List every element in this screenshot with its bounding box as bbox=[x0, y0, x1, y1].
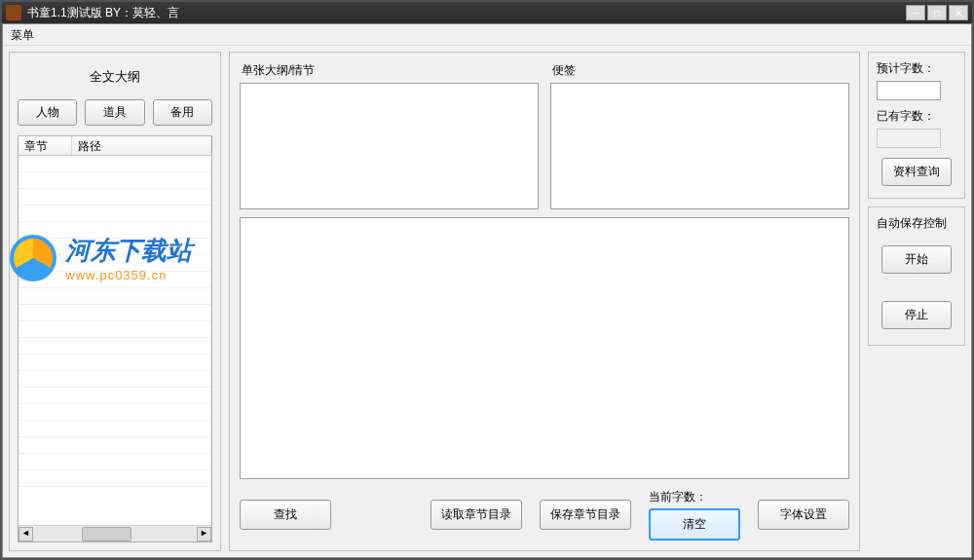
note-label: 便签 bbox=[550, 62, 849, 79]
expected-words-input[interactable] bbox=[877, 81, 941, 100]
table-row bbox=[19, 222, 211, 239]
right-panel: 预计字数： 已有字数： 资料查询 自动保存控制 开始 停止 bbox=[868, 52, 965, 551]
clear-button[interactable]: 清空 bbox=[649, 508, 740, 541]
table-row bbox=[19, 189, 211, 205]
start-button[interactable]: 开始 bbox=[881, 245, 952, 274]
current-words-label: 当前字数： bbox=[649, 489, 707, 505]
expected-words-label: 预计字数： bbox=[877, 60, 956, 77]
font-settings-button[interactable]: 字体设置 bbox=[758, 500, 849, 530]
table-row bbox=[19, 437, 211, 454]
col-path[interactable]: 路径 bbox=[72, 136, 211, 155]
table-row bbox=[19, 288, 211, 305]
autosave-label: 自动保存控制 bbox=[877, 215, 956, 232]
close-button[interactable]: ✕ bbox=[949, 5, 968, 20]
col-chapter[interactable]: 章节 bbox=[19, 136, 72, 155]
note-textarea[interactable] bbox=[550, 83, 849, 209]
stop-button[interactable]: 停止 bbox=[881, 301, 952, 329]
chapter-table[interactable]: 章节 路径 bbox=[18, 135, 212, 542]
spare-button[interactable]: 备用 bbox=[153, 99, 212, 126]
titlebar: 书童1.1测试版 BY：莫轻、言 ─ □ ✕ bbox=[2, 2, 972, 23]
save-toc-button[interactable]: 保存章节目录 bbox=[540, 500, 631, 530]
left-panel-title: 全文大纲 bbox=[18, 68, 212, 86]
center-panel: 单张大纲/情节 便签 查找 读取章节目录 保存章节目录 当前字数： bbox=[229, 52, 860, 551]
table-row bbox=[19, 371, 211, 388]
maximize-button[interactable]: □ bbox=[927, 5, 947, 20]
menubar: 菜单 bbox=[3, 24, 971, 46]
table-row bbox=[19, 470, 211, 487]
table-row bbox=[19, 454, 211, 470]
app-icon bbox=[6, 5, 21, 20]
existing-words-label: 已有字数： bbox=[877, 108, 956, 125]
minimize-button[interactable]: ─ bbox=[906, 5, 925, 20]
table-row bbox=[19, 388, 211, 404]
table-body[interactable] bbox=[19, 156, 211, 525]
table-row bbox=[19, 272, 211, 288]
existing-words-display bbox=[877, 129, 941, 148]
main-textarea[interactable] bbox=[240, 217, 849, 479]
table-row bbox=[19, 255, 211, 272]
find-button[interactable]: 查找 bbox=[240, 500, 331, 530]
load-toc-button[interactable]: 读取章节目录 bbox=[431, 500, 522, 530]
table-row bbox=[19, 156, 211, 172]
table-row bbox=[19, 321, 211, 338]
menu-item-main[interactable]: 菜单 bbox=[11, 28, 34, 42]
table-row bbox=[19, 205, 211, 222]
table-row bbox=[19, 338, 211, 355]
table-row bbox=[19, 355, 211, 371]
left-panel: 全文大纲 人物 道具 备用 章节 路径 bbox=[9, 52, 221, 551]
table-row bbox=[19, 404, 211, 421]
outline-label: 单张大纲/情节 bbox=[240, 62, 539, 79]
outline-textarea[interactable] bbox=[240, 83, 539, 209]
table-row bbox=[19, 305, 211, 321]
horizontal-scrollbar[interactable]: ◄ ► bbox=[19, 525, 211, 541]
item-button[interactable]: 道具 bbox=[85, 99, 144, 126]
query-button[interactable]: 资料查询 bbox=[881, 158, 952, 186]
table-row bbox=[19, 172, 211, 189]
titlebar-text: 书童1.1测试版 BY：莫轻、言 bbox=[27, 5, 906, 21]
table-row bbox=[19, 421, 211, 437]
table-row bbox=[19, 239, 211, 255]
character-button[interactable]: 人物 bbox=[18, 99, 77, 126]
